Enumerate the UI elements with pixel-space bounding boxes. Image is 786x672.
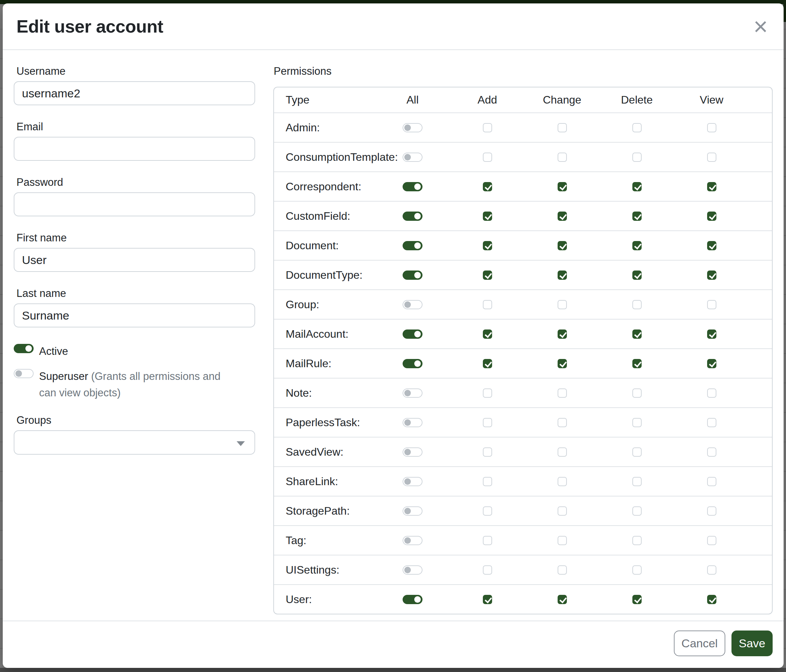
permission-add-checkbox[interactable] [483,536,492,545]
permission-view-checkbox[interactable] [707,595,716,604]
permission-change-checkbox[interactable] [558,477,567,486]
permission-change-checkbox[interactable] [558,270,567,280]
permission-add-checkbox[interactable] [483,359,492,368]
cancel-button[interactable]: Cancel [674,631,725,656]
permission-view-checkbox[interactable] [707,123,716,132]
permission-delete-checkbox[interactable] [632,212,641,221]
save-button[interactable]: Save [731,631,773,656]
permission-add-checkbox[interactable] [483,152,492,162]
permission-change-checkbox[interactable] [558,506,567,516]
permission-add-checkbox[interactable] [483,241,492,250]
permission-add-checkbox[interactable] [483,447,492,457]
permission-all-toggle[interactable] [402,388,423,398]
permission-delete-checkbox[interactable] [632,330,641,339]
permission-all-toggle[interactable] [402,359,423,368]
permission-delete-checkbox[interactable] [632,359,641,368]
permission-delete-checkbox[interactable] [632,477,641,486]
permission-all-toggle[interactable] [402,182,423,191]
permission-change-checkbox[interactable] [558,241,567,250]
permission-view-checkbox[interactable] [707,418,716,427]
permission-row: User: [274,584,772,614]
password-field[interactable] [14,192,255,216]
permission-add-checkbox[interactable] [483,212,492,221]
permission-all-toggle[interactable] [402,565,423,575]
permission-change-checkbox[interactable] [558,447,567,457]
permission-delete-checkbox[interactable] [632,388,641,398]
permission-all-toggle[interactable] [402,152,423,162]
permission-add-checkbox[interactable] [483,477,492,486]
permission-add-checkbox[interactable] [483,182,492,191]
permission-change-checkbox[interactable] [558,300,567,309]
permission-change-checkbox[interactable] [558,212,567,221]
permission-all-toggle[interactable] [402,506,423,516]
permission-view-checkbox[interactable] [707,152,716,162]
permission-delete-checkbox[interactable] [632,182,641,191]
groups-select[interactable] [14,430,255,455]
permission-delete-checkbox[interactable] [632,565,641,575]
last-name-field[interactable] [14,303,255,327]
first-name-group: First name [14,232,255,272]
permission-all-toggle[interactable] [402,123,423,132]
permission-all-toggle[interactable] [402,241,423,250]
permission-add-checkbox[interactable] [483,330,492,339]
permission-view-checkbox[interactable] [707,300,716,309]
permission-delete-checkbox[interactable] [632,506,641,516]
permission-view-checkbox[interactable] [707,388,716,398]
permission-all-toggle[interactable] [402,300,423,309]
permission-all-toggle[interactable] [402,418,423,427]
permission-type-label: CustomField: [274,210,375,223]
permission-add-checkbox[interactable] [483,565,492,575]
permission-all-toggle[interactable] [402,212,423,221]
permission-change-checkbox[interactable] [558,565,567,575]
permission-delete-checkbox[interactable] [632,241,641,250]
permission-delete-checkbox[interactable] [632,447,641,457]
permission-add-checkbox[interactable] [483,595,492,604]
permission-change-checkbox[interactable] [558,388,567,398]
permission-view-checkbox[interactable] [707,506,716,516]
email-field[interactable] [14,137,255,161]
permission-add-checkbox[interactable] [483,506,492,516]
permission-all-toggle[interactable] [402,595,423,604]
permission-change-checkbox[interactable] [558,418,567,427]
permission-all-toggle[interactable] [402,330,423,339]
close-icon[interactable]: × [751,14,770,39]
permission-delete-checkbox[interactable] [632,418,641,427]
permission-all-toggle[interactable] [402,477,423,486]
permission-view-checkbox[interactable] [707,477,716,486]
superuser-toggle[interactable] [14,369,34,378]
permission-view-checkbox[interactable] [707,565,716,575]
permission-add-checkbox[interactable] [483,270,492,280]
permission-delete-checkbox[interactable] [632,270,641,280]
permission-change-checkbox[interactable] [558,536,567,545]
permission-all-toggle[interactable] [402,536,423,545]
permission-delete-checkbox[interactable] [632,123,641,132]
permission-view-checkbox[interactable] [707,330,716,339]
permission-view-checkbox[interactable] [707,447,716,457]
permission-view-checkbox[interactable] [707,359,716,368]
permission-change-checkbox[interactable] [558,123,567,132]
permission-delete-checkbox[interactable] [632,595,641,604]
permission-change-checkbox[interactable] [558,330,567,339]
active-toggle[interactable] [14,344,34,353]
permission-add-checkbox[interactable] [483,418,492,427]
username-input[interactable] [14,81,255,105]
permission-delete-checkbox[interactable] [632,300,641,309]
permission-view-checkbox[interactable] [707,241,716,250]
first-name-field[interactable] [14,248,255,272]
permission-delete-checkbox[interactable] [632,152,641,162]
permission-view-checkbox[interactable] [707,212,716,221]
permission-delete-checkbox[interactable] [632,536,641,545]
permission-view-checkbox[interactable] [707,536,716,545]
permission-view-checkbox[interactable] [707,182,716,191]
permission-change-checkbox[interactable] [558,152,567,162]
permission-change-checkbox[interactable] [558,182,567,191]
permission-row: UISettings: [274,555,772,584]
permission-change-checkbox[interactable] [558,595,567,604]
permission-add-checkbox[interactable] [483,123,492,132]
permission-all-toggle[interactable] [402,447,423,457]
permission-add-checkbox[interactable] [483,388,492,398]
permission-view-checkbox[interactable] [707,270,716,280]
permission-all-toggle[interactable] [402,270,423,280]
permission-add-checkbox[interactable] [483,300,492,309]
permission-change-checkbox[interactable] [558,359,567,368]
